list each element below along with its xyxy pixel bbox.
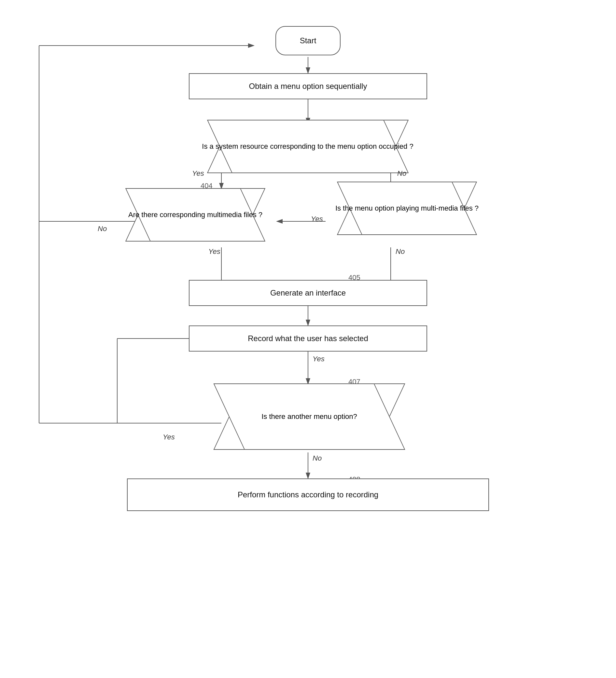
node-401-label: Obtain a menu option sequentially: [249, 81, 367, 91]
node-406: Record what the user has selected: [189, 326, 427, 351]
label-no-402-right: No: [397, 169, 406, 178]
node-407: Is there another menu option?: [195, 384, 423, 449]
node-403-label: Is the menu option playing multi-media f…: [335, 204, 479, 213]
label-no-403: No: [396, 248, 405, 256]
label-yes-402-left: Yes: [192, 169, 204, 178]
node-407-label: Is there another menu option?: [261, 412, 357, 421]
label-no-404: No: [98, 225, 107, 233]
label-no-407: No: [313, 454, 322, 462]
node-404: Are there corresponding multimedia files…: [114, 189, 277, 241]
node-403: Is the menu option playing multi-media f…: [326, 182, 488, 234]
start-node: Start: [276, 26, 340, 55]
label-yes-to-407: Yes: [313, 355, 325, 363]
node-401: Obtain a menu option sequentially: [189, 73, 427, 99]
node-408-label: Perform functions according to recording: [238, 490, 378, 500]
flowchart-diagram: Start 401 Obtain a menu option sequentia…: [0, 0, 616, 678]
label-yes-403: Yes: [311, 215, 323, 223]
node-408: Perform functions according to recording: [127, 479, 489, 511]
node-406-label: Record what the user has selected: [248, 333, 368, 344]
label-yes-407: Yes: [163, 433, 175, 441]
node-404-label: Are there corresponding multimedia files…: [128, 210, 262, 220]
node-405-label: Generate an interface: [270, 288, 346, 298]
label-yes-404: Yes: [208, 248, 220, 256]
node-405: Generate an interface: [189, 280, 427, 306]
node-402-label: Is a system resource corresponding to th…: [202, 142, 413, 151]
node-402: Is a system resource corresponding to th…: [182, 120, 433, 173]
start-label: Start: [300, 35, 317, 46]
